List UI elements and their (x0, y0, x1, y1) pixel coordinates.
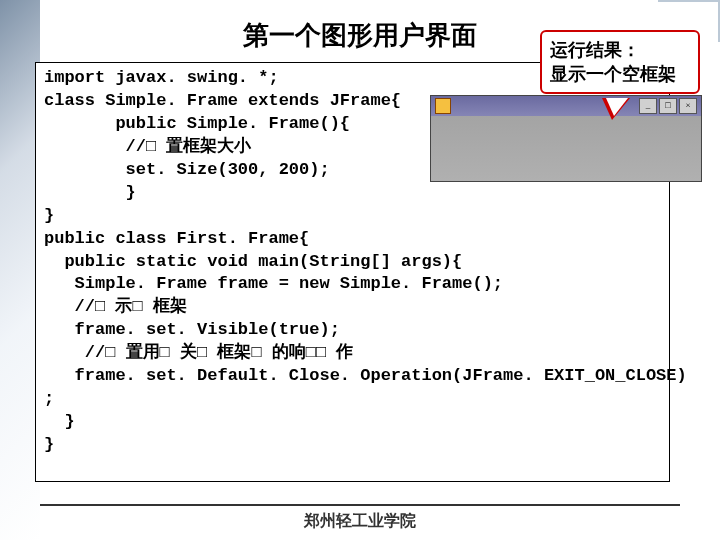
maximize-icon: □ (659, 98, 677, 114)
footer-divider (40, 504, 680, 506)
callout-line1: 运行结果： (550, 38, 690, 62)
callout-line2: 显示一个空框架 (550, 62, 690, 86)
footer-text: 郑州轻工业学院 (0, 511, 720, 532)
window-titlebar: _ □ × (431, 96, 701, 116)
result-callout: 运行结果： 显示一个空框架 (540, 30, 700, 94)
callout-tail (602, 98, 630, 120)
window-screenshot: _ □ × (430, 95, 702, 182)
close-icon: × (679, 98, 697, 114)
minimize-icon: _ (639, 98, 657, 114)
java-icon (435, 98, 451, 114)
decorative-left-gradient (0, 0, 40, 540)
window-buttons: _ □ × (639, 98, 697, 114)
